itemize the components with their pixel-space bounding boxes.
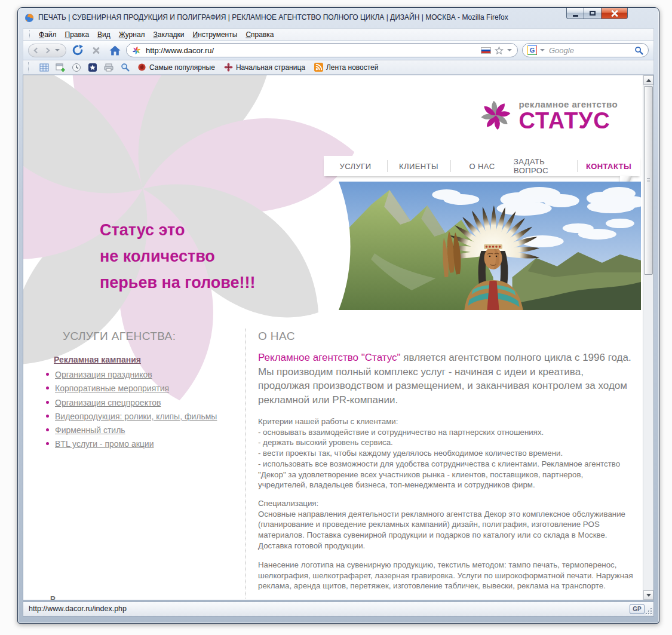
bookmarks-toolbar: Самые популярные Начальная страница Лент… — [23, 60, 654, 75]
toolbar-grip[interactable] — [28, 62, 30, 72]
site-favicon — [132, 46, 141, 55]
sidebar-category-link[interactable]: Рекламная кампания — [54, 355, 141, 364]
url-dropdown-icon[interactable] — [507, 49, 512, 51]
history-dropdown-icon[interactable] — [55, 49, 60, 51]
close-button[interactable] — [602, 8, 628, 19]
close-icon — [611, 10, 618, 17]
toolbar-grip[interactable] — [29, 30, 31, 38]
navigation-toolbar: G — [23, 40, 654, 60]
content-viewport: рекламное агентство СТАТУС УСЛУГИ КЛИЕНТ… — [23, 75, 654, 600]
column-divider — [245, 329, 246, 599]
bookmark-news-feed[interactable]: Лента новостей — [312, 62, 381, 72]
scroll-down-button[interactable] — [643, 590, 653, 600]
popular-icon — [137, 63, 146, 72]
nav-contacts[interactable]: КОНТАКТЫ — [577, 156, 640, 176]
window-title: ПЕЧАТЬ | СУВЕНИРНАЯ ПРОДУКЦИЯ И ПОЛИГРАФ… — [38, 8, 569, 28]
vertical-scrollbar[interactable] — [643, 75, 653, 600]
reload-button[interactable] — [70, 43, 85, 57]
print-icon[interactable] — [103, 62, 114, 73]
about-lead-accent: Рекламное агентство "Статус" — [258, 352, 401, 363]
list-item: Организация праздников — [46, 367, 217, 381]
search-icon[interactable] — [634, 46, 643, 55]
nav-about[interactable]: О НАС — [450, 156, 514, 176]
nav-services[interactable]: УСЛУГИ — [324, 156, 387, 176]
site-logo[interactable]: рекламное агентство СТАТУС — [478, 98, 618, 133]
scroll-up-button[interactable] — [643, 75, 653, 85]
web-page: рекламное агентство СТАТУС УСЛУГИ КЛИЕНТ… — [23, 75, 643, 600]
reload-icon — [72, 44, 84, 56]
quick-search-icon[interactable] — [119, 62, 130, 73]
minimize-button[interactable] — [566, 8, 584, 19]
search-engine-dropdown-icon[interactable] — [540, 49, 545, 51]
nav-ask-question[interactable]: ЗАДАТЬ ВОПРОС — [514, 156, 577, 176]
home-button[interactable] — [108, 43, 122, 57]
back-icon[interactable] — [34, 47, 40, 53]
maximize-button[interactable] — [584, 8, 602, 19]
stop-button[interactable] — [89, 43, 103, 57]
tiles-icon[interactable] — [39, 62, 50, 73]
bookmark-label: Самые популярные — [149, 63, 215, 72]
address-bar[interactable] — [126, 43, 518, 57]
sidebar-link-video[interactable]: Видеопродукция: ролики, клипы, фильмы — [55, 412, 217, 421]
firefox-icon — [24, 13, 34, 23]
menu-edit-key: П — [65, 30, 70, 39]
hero-photo — [339, 182, 641, 310]
sidebar-link-btl[interactable]: BTL услуги - промо акции — [55, 439, 154, 449]
menu-view[interactable]: Вид — [93, 29, 115, 40]
back-forward-group — [28, 44, 66, 57]
russian-flag-icon — [481, 47, 491, 54]
gp-badge[interactable]: GP — [630, 604, 645, 614]
about-heading: О НАС — [258, 330, 295, 343]
menu-bar: Файл Правка Вид Журнал Закладки Инструме… — [23, 28, 654, 40]
about-criteria-paragraph: Критерии нашей работы с клиентами: - осн… — [258, 416, 643, 490]
headline-line-1: Статус это — [100, 217, 256, 243]
title-bar[interactable]: ПЕЧАТЬ | СУВЕНИРНАЯ ПРОДУКЦИЯ И ПОЛИГРАФ… — [18, 8, 659, 28]
headline-line-3: перьев на голове!!! — [100, 269, 256, 296]
sidebar-link-brand-style[interactable]: Фирменный стиль — [55, 425, 125, 435]
status-bar: http://www.dacor.ru/index.php GP — [23, 602, 654, 616]
menu-view-key: В — [97, 30, 102, 39]
sidebar-link-special-projects[interactable]: Организация спецпроектов — [55, 398, 161, 407]
menu-help[interactable]: Справка — [241, 29, 278, 40]
menu-tools[interactable]: Инструменты — [189, 29, 242, 40]
bookmark-star-icon[interactable] — [495, 46, 504, 55]
google-icon: G — [527, 45, 537, 55]
scrollbar-thumb[interactable] — [644, 86, 653, 275]
site-nav: УСЛУГИ КЛИЕНТЫ О НАС ЗАДАТЬ ВОПРОС КОНТА… — [324, 156, 640, 176]
home-page-icon — [224, 63, 233, 72]
sidebar-link-corporate[interactable]: Корпоративные мероприятия — [55, 384, 169, 393]
menu-help-rest: правка — [251, 30, 274, 39]
bookmark-start-page[interactable]: Начальная страница — [222, 62, 307, 72]
sidebar-links: Организация праздников Корпоративные мер… — [46, 367, 217, 451]
logo-text: рекламное агентство СТАТУС — [518, 99, 618, 131]
menu-history[interactable]: Журнал — [115, 29, 149, 40]
bookmark-most-popular[interactable]: Самые популярные — [136, 62, 217, 72]
bookmark-label: Лента новостей — [326, 63, 379, 72]
menu-bookmarks-rest: акладки — [158, 30, 185, 39]
history-clock-icon[interactable] — [71, 62, 82, 73]
arrow-down-icon — [646, 594, 651, 597]
search-input[interactable] — [548, 45, 631, 56]
logo-name: СТАТУС — [518, 110, 618, 131]
sidebar-link-events[interactable]: Организация праздников — [55, 370, 152, 379]
menu-bookmarks-key: З — [154, 30, 158, 39]
menu-help-key: С — [246, 30, 251, 39]
menu-file[interactable]: Файл — [35, 29, 61, 40]
new-window-icon[interactable] — [55, 62, 66, 73]
resize-grip[interactable] — [645, 608, 652, 615]
menu-file-key: Ф — [39, 30, 44, 39]
menu-tools-rest: нструменты — [198, 30, 237, 39]
list-item: Фирменный стиль — [46, 423, 217, 437]
search-box[interactable]: G — [522, 43, 649, 57]
minimize-icon — [573, 15, 578, 17]
menu-view-rest: ид — [102, 30, 111, 39]
menu-edit[interactable]: Правка — [61, 29, 94, 40]
menu-bookmarks[interactable]: Закладки — [149, 29, 189, 40]
stop-icon — [92, 46, 100, 54]
home-icon — [109, 45, 121, 56]
url-input[interactable] — [145, 45, 477, 56]
list-item: BTL услуги - промо акции — [46, 437, 217, 450]
bookmarks-star-tile-icon[interactable] — [87, 62, 98, 73]
forward-icon[interactable] — [44, 47, 50, 53]
nav-clients[interactable]: КЛИЕНТЫ — [387, 156, 450, 176]
